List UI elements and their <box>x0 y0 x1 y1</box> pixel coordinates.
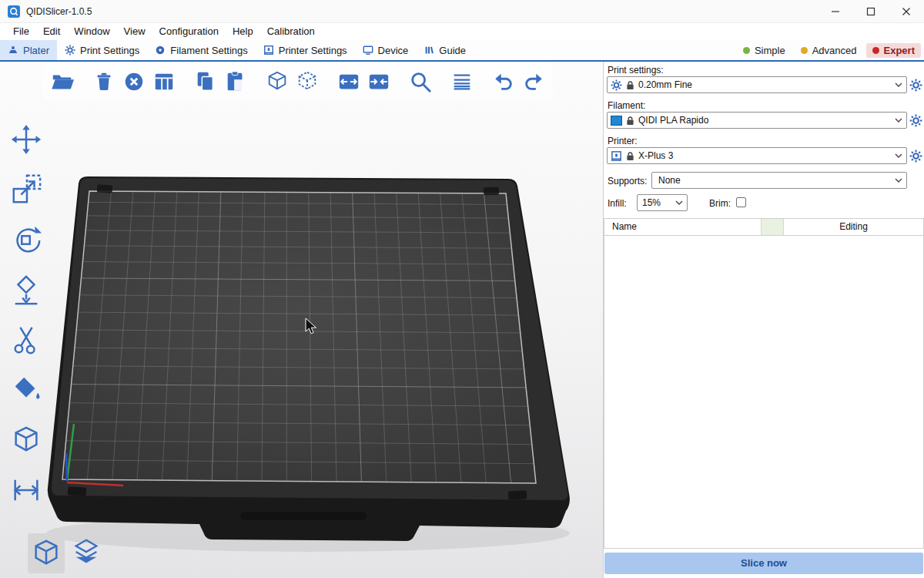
window-title: QIDISlicer-1.0.5 <box>26 6 92 17</box>
gear-icon <box>909 79 922 92</box>
maximize-button[interactable] <box>853 0 889 23</box>
object-list[interactable]: Name Editing <box>604 218 924 549</box>
print-settings-icon <box>65 45 75 55</box>
gear-icon <box>909 114 922 127</box>
tab-device[interactable]: Device <box>355 40 417 60</box>
build-plate[interactable] <box>0 62 603 578</box>
split-to-objects-button[interactable] <box>336 66 362 97</box>
chevron-down-icon <box>895 153 902 158</box>
tab-plater[interactable]: Plater <box>0 40 57 60</box>
guide-icon <box>424 45 434 55</box>
minimize-button[interactable] <box>818 0 853 23</box>
mode-simple[interactable]: Simple <box>737 43 792 58</box>
undo-button[interactable] <box>490 66 517 97</box>
tab-label: Printer Settings <box>279 45 347 56</box>
filament-gear-button[interactable] <box>909 114 922 127</box>
mode-label: Simple <box>755 45 785 56</box>
search-button[interactable] <box>407 66 434 97</box>
tab-label: Plater <box>23 45 49 56</box>
printer-value: X-Plus 3 <box>638 150 891 161</box>
chevron-down-icon <box>895 82 902 87</box>
mode-label: Expert <box>884 45 915 56</box>
app-icon <box>8 5 20 18</box>
gear-icon <box>909 150 922 163</box>
filament-label: Filament: <box>608 100 645 111</box>
open-button[interactable] <box>49 66 75 97</box>
rotate-button[interactable] <box>8 222 45 257</box>
tab-printer-settings[interactable]: Printer Settings <box>256 40 355 60</box>
print-settings-value: 0.20mm Fine <box>638 79 891 90</box>
redo-button[interactable] <box>521 66 547 97</box>
tab-print-settings[interactable]: Print Settings <box>57 40 147 60</box>
viewport-3d[interactable] <box>0 62 603 578</box>
printer-icon <box>611 150 622 162</box>
variable-layer-height-button[interactable] <box>449 66 475 97</box>
cube-3d-icon <box>30 537 62 570</box>
copy-button[interactable] <box>192 66 219 97</box>
title-bar[interactable]: QIDISlicer-1.0.5 <box>0 0 924 23</box>
paste-button[interactable] <box>223 66 249 97</box>
column-header-editing: Editing <box>784 219 923 235</box>
scale-button[interactable] <box>8 172 45 207</box>
menu-calibration[interactable]: Calibration <box>260 23 322 40</box>
print-profile-icon <box>611 79 622 91</box>
brim-checkbox[interactable] <box>736 197 746 207</box>
preview-view-button[interactable] <box>68 533 105 573</box>
delete-button[interactable] <box>91 66 117 97</box>
device-icon <box>363 45 373 55</box>
infill-combo[interactable]: 15% <box>637 194 688 211</box>
menu-view[interactable]: View <box>117 23 152 40</box>
close-button[interactable] <box>889 0 924 23</box>
supports-value: None <box>655 175 891 186</box>
menu-configuration[interactable]: Configuration <box>152 23 226 40</box>
layers-icon <box>70 537 102 570</box>
lock-icon <box>626 80 634 90</box>
printer-settings-icon <box>263 45 274 55</box>
column-header-extruder <box>762 219 784 235</box>
filament-color-swatch <box>611 116 622 126</box>
app-window: QIDISlicer-1.0.5 File Edit Window View C… <box>0 0 924 578</box>
paint-supports-button[interactable] <box>8 372 45 408</box>
printer-combo[interactable]: X-Plus 3 <box>607 147 907 164</box>
mode-label: Advanced <box>812 45 857 56</box>
split-to-parts-button[interactable] <box>366 66 392 97</box>
seam-painting-button[interactable] <box>8 422 45 458</box>
print-settings-combo[interactable]: 0.20mm Fine <box>607 76 907 93</box>
menu-edit[interactable]: Edit <box>36 23 67 40</box>
arrange-button[interactable] <box>151 66 177 97</box>
printer-gear-button[interactable] <box>909 150 922 163</box>
chevron-down-icon <box>895 178 902 183</box>
chevron-down-icon <box>895 118 902 123</box>
tab-label: Guide <box>439 45 466 56</box>
advanced-mode-dot <box>801 47 808 54</box>
menu-help[interactable]: Help <box>226 23 260 40</box>
column-header-name: Name <box>604 219 762 235</box>
delete-all-button[interactable] <box>121 66 147 97</box>
editor-view-button[interactable] <box>28 533 65 573</box>
lock-icon <box>626 116 634 126</box>
supports-combo[interactable]: None <box>651 172 907 189</box>
print-settings-gear-button[interactable] <box>909 79 922 92</box>
right-sidebar: Print settings: 0.20mm Fine Filament: QI… <box>603 62 924 578</box>
decrease-instances-button[interactable] <box>294 66 320 97</box>
increase-instances-button[interactable] <box>264 66 290 97</box>
cut-button[interactable] <box>8 322 45 358</box>
measure-button[interactable] <box>8 472 45 508</box>
tab-filament-settings[interactable]: Filament Settings <box>147 40 255 60</box>
mode-expert[interactable]: Expert <box>866 43 921 58</box>
move-button[interactable] <box>8 122 45 157</box>
mode-advanced[interactable]: Advanced <box>795 43 863 58</box>
filament-combo[interactable]: QIDI PLA Rapido <box>607 112 907 129</box>
tab-bar: Plater Print Settings Filament Settings … <box>0 40 924 62</box>
infill-label: Infill: <box>608 198 627 209</box>
view-mode-toggles <box>28 533 105 573</box>
slice-now-button[interactable]: Slice now <box>604 553 923 574</box>
menu-window[interactable]: Window <box>67 23 116 40</box>
infill-value: 15% <box>641 197 671 208</box>
menu-file[interactable]: File <box>6 23 36 40</box>
place-on-face-button[interactable] <box>8 272 45 307</box>
bed-grid-surface[interactable] <box>62 191 536 483</box>
plater-toolbar <box>43 63 553 100</box>
plater-icon <box>8 45 18 55</box>
tab-guide[interactable]: Guide <box>416 40 474 60</box>
